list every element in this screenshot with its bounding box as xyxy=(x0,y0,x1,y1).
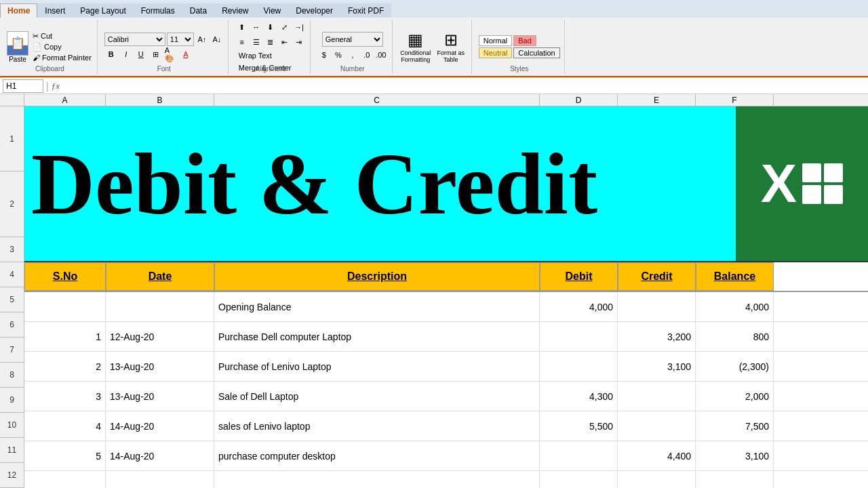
table-cell[interactable] xyxy=(214,471,540,488)
table-cell[interactable]: sales of Lenivo laptop xyxy=(214,411,540,441)
align-bottom-button[interactable]: ⬇ xyxy=(264,20,277,34)
style-normal[interactable]: Normal xyxy=(479,35,512,46)
header-description[interactable]: Description xyxy=(214,262,540,291)
style-neutral[interactable]: Neutral xyxy=(479,47,512,58)
table-cell[interactable]: Sale of Dell Laptop xyxy=(214,382,540,411)
table-cell[interactable]: Purchase of Lenivo Laptop xyxy=(214,352,540,381)
table-cell[interactable]: purchase computer desktop xyxy=(214,441,540,470)
align-top-button[interactable]: ⬆ xyxy=(235,20,249,34)
fill-color-button[interactable]: A🎨 xyxy=(164,47,178,61)
comma-button[interactable]: , xyxy=(346,48,359,62)
table-cell[interactable] xyxy=(540,352,618,381)
table-cell[interactable]: 3,200 xyxy=(618,322,696,351)
table-cell[interactable]: Opening Balance xyxy=(214,292,540,321)
underline-button[interactable]: U xyxy=(134,47,148,61)
col-header-b[interactable]: B xyxy=(106,94,214,106)
copy-button[interactable]: 📄 Copy xyxy=(31,42,93,52)
table-cell[interactable] xyxy=(618,382,696,411)
col-header-a[interactable]: A xyxy=(24,94,106,106)
table-cell[interactable]: 14-Aug-20 xyxy=(106,411,214,441)
row-header-10[interactable]: 10 xyxy=(0,413,24,438)
header-credit[interactable]: Credit xyxy=(618,262,696,291)
orientation-button[interactable]: ⤢ xyxy=(278,20,292,34)
table-cell[interactable] xyxy=(106,471,214,488)
table-cell[interactable] xyxy=(106,292,214,321)
italic-button[interactable]: I xyxy=(119,47,133,61)
header-debit[interactable]: Debit xyxy=(540,262,618,291)
increase-indent-button[interactable]: ⇥ xyxy=(292,35,306,49)
row-header-7[interactable]: 7 xyxy=(0,338,24,363)
row-header-12[interactable]: 12 xyxy=(0,463,24,488)
header-balance[interactable]: Balance xyxy=(696,262,774,291)
table-cell[interactable]: 4,400 xyxy=(618,441,696,470)
tab-formulas[interactable]: Formulas xyxy=(134,3,182,18)
format-as-table-button[interactable]: ⊞ Format as Table xyxy=(435,30,467,63)
font-name-select[interactable]: Calibri xyxy=(104,33,165,46)
function-wizard-icon[interactable]: ƒx xyxy=(52,81,60,92)
table-cell[interactable]: 14-Aug-20 xyxy=(106,441,214,470)
table-cell[interactable]: 2,000 xyxy=(696,382,774,411)
table-cell[interactable]: 5,500 xyxy=(540,411,618,441)
tab-insert[interactable]: Insert xyxy=(37,3,73,18)
table-cell[interactable]: 4,000 xyxy=(696,292,774,321)
decrease-indent-button[interactable]: ⇤ xyxy=(278,35,292,49)
tab-home[interactable]: Home xyxy=(0,3,37,18)
wrap-text-button[interactable]: Wrap Text xyxy=(235,50,275,61)
row-header-3[interactable]: 3 xyxy=(0,237,24,262)
bold-button[interactable]: B xyxy=(104,47,118,61)
increase-font-button[interactable]: A↑ xyxy=(195,33,209,46)
style-calculation[interactable]: Calculation xyxy=(513,47,559,58)
border-button[interactable]: ⊞ xyxy=(149,47,163,61)
tab-developer[interactable]: Developer xyxy=(288,3,340,18)
row-header-4[interactable]: 4 xyxy=(0,262,24,287)
tab-data[interactable]: Data xyxy=(182,3,214,18)
col-header-f[interactable]: F xyxy=(696,94,774,106)
row-header-8[interactable]: 8 xyxy=(0,363,24,388)
font-size-select[interactable]: 11 xyxy=(167,33,194,46)
tab-page-layout[interactable]: Page Layout xyxy=(73,3,133,18)
table-cell[interactable]: 2 xyxy=(24,352,106,381)
decrease-font-button[interactable]: A↓ xyxy=(210,33,224,46)
table-cell[interactable]: Purchase Dell computer Laptop xyxy=(214,322,540,351)
align-center-button[interactable]: ☰ xyxy=(250,35,263,49)
cell-reference-box[interactable] xyxy=(3,79,43,93)
align-left-button[interactable]: ≡ xyxy=(235,35,249,49)
percent-button[interactable]: % xyxy=(332,48,345,62)
table-cell[interactable] xyxy=(618,471,696,488)
table-cell[interactable]: 13-Aug-20 xyxy=(106,352,214,381)
table-cell[interactable] xyxy=(540,441,618,470)
format-painter-button[interactable]: 🖌 Format Painter xyxy=(31,53,93,62)
row-header-2[interactable]: 2 xyxy=(0,171,24,237)
table-cell[interactable] xyxy=(618,411,696,441)
cut-button[interactable]: ✂ Cut xyxy=(31,31,93,41)
table-cell[interactable] xyxy=(540,471,618,488)
table-cell[interactable]: 13-Aug-20 xyxy=(106,382,214,411)
header-sno[interactable]: S.No xyxy=(24,262,106,291)
table-cell[interactable]: 1 xyxy=(24,322,106,351)
row-header-1[interactable]: 1 xyxy=(0,106,24,171)
table-cell[interactable]: 800 xyxy=(696,322,774,351)
number-format-select[interactable]: General xyxy=(322,32,383,47)
table-cell[interactable] xyxy=(540,322,618,351)
font-color-button[interactable]: A xyxy=(179,47,193,61)
tab-view[interactable]: View xyxy=(256,3,288,18)
table-cell[interactable]: 12-Aug-20 xyxy=(106,322,214,351)
align-middle-button[interactable]: ↔ xyxy=(250,20,263,34)
paste-button[interactable]: 📋 Paste xyxy=(7,31,28,63)
row-header-9[interactable]: 9 xyxy=(0,388,24,413)
table-cell[interactable]: 4,300 xyxy=(540,382,618,411)
style-bad[interactable]: Bad xyxy=(513,35,536,46)
formula-input[interactable] xyxy=(62,81,865,92)
table-cell[interactable] xyxy=(24,471,106,488)
currency-button[interactable]: $ xyxy=(317,48,331,62)
row-header-5[interactable]: 5 xyxy=(0,287,24,312)
header-date[interactable]: Date xyxy=(106,262,214,291)
tab-review[interactable]: Review xyxy=(214,3,256,18)
col-header-c[interactable]: C xyxy=(214,94,540,106)
tab-foxit[interactable]: Foxit PDF xyxy=(340,3,391,18)
row-header-11[interactable]: 11 xyxy=(0,438,24,463)
col-header-d[interactable]: D xyxy=(540,94,618,106)
table-cell[interactable] xyxy=(24,292,106,321)
table-cell[interactable]: 3 xyxy=(24,382,106,411)
table-cell[interactable] xyxy=(696,471,774,488)
